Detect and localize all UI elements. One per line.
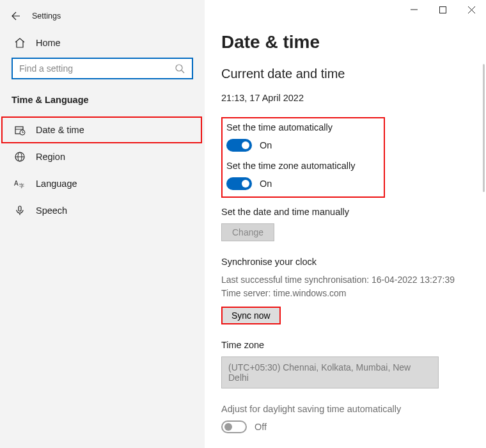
dst-state: Off <box>255 422 267 432</box>
auto-time-label: Set the time automatically <box>226 122 376 132</box>
globe-icon <box>14 151 26 163</box>
dst-toggle <box>221 420 247 433</box>
sidebar-item-label: Speech <box>36 205 67 216</box>
svg-line-5 <box>182 70 184 73</box>
home-nav[interactable]: Home <box>0 31 205 58</box>
sync-server: Time server: time.windows.com <box>221 288 347 298</box>
dst-label: Adjust for daylight saving time automati… <box>221 404 469 414</box>
svg-rect-16 <box>19 206 21 211</box>
sync-info: Last successful time synchronisation: 16… <box>221 273 469 300</box>
auto-time-state: On <box>260 140 272 150</box>
auto-time-toggle[interactable] <box>226 139 252 152</box>
search-box[interactable] <box>12 58 193 79</box>
tz-heading: Time zone <box>221 340 469 350</box>
sidebar-item-language[interactable]: A字 Language <box>0 170 205 197</box>
sidebar-item-date-time[interactable]: Date & time <box>1 116 202 143</box>
main-panel: Date & time Current date and time 21:13,… <box>205 0 486 448</box>
language-icon: A字 <box>14 178 26 189</box>
search-input[interactable] <box>19 63 174 74</box>
sync-last: Last successful time synchronisation: 16… <box>221 275 455 285</box>
back-icon[interactable] <box>9 10 20 22</box>
auto-settings-highlight: Set the time automatically On Set the ti… <box>221 117 385 198</box>
svg-text:A: A <box>14 180 19 187</box>
manual-label: Set the date and time manually <box>221 207 469 217</box>
change-button: Change <box>221 223 274 241</box>
svg-point-4 <box>176 65 182 71</box>
home-icon <box>14 37 26 49</box>
scrollbar[interactable] <box>483 64 485 192</box>
auto-tz-state: On <box>260 179 272 189</box>
microphone-icon <box>14 205 26 216</box>
svg-text:字: 字 <box>19 183 24 189</box>
home-label: Home <box>36 38 61 48</box>
sidebar-item-label: Region <box>36 152 65 162</box>
current-datetime: 21:13, 17 April 2022 <box>221 93 469 103</box>
sidebar: Settings Home Time & Language Date & tim… <box>0 0 205 448</box>
auto-tz-label: Set the time zone automatically <box>226 161 376 171</box>
sidebar-item-region[interactable]: Region <box>0 143 205 170</box>
window-title: Settings <box>32 12 61 20</box>
sidebar-item-label: Language <box>36 179 77 189</box>
section-current: Current date and time <box>221 67 469 81</box>
tz-select: (UTC+05:30) Chennai, Kolkata, Mumbai, Ne… <box>221 356 439 388</box>
auto-tz-toggle[interactable] <box>226 177 252 190</box>
sidebar-item-speech[interactable]: Speech <box>0 197 205 224</box>
search-icon <box>174 63 185 74</box>
sync-now-button[interactable]: Sync now <box>221 307 281 324</box>
group-title: Time & Language <box>0 95 205 116</box>
page-title: Date & time <box>221 32 469 52</box>
sync-heading: Synchronise your clock <box>221 257 469 267</box>
sidebar-item-label: Date & time <box>36 125 84 135</box>
calendar-icon <box>14 124 26 136</box>
